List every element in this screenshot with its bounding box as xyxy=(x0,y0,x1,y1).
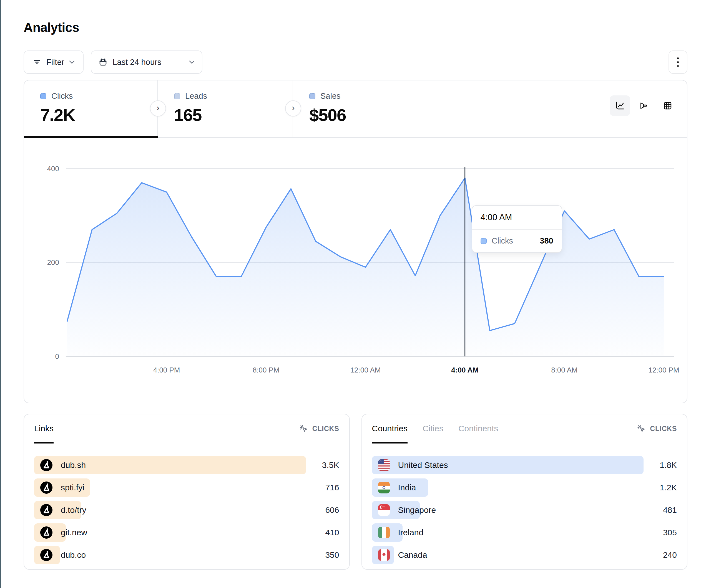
kebab-vertical-icon xyxy=(677,58,679,67)
metric-value: 165 xyxy=(174,105,293,125)
metric-label: Sales xyxy=(320,92,341,101)
metric-label: Leads xyxy=(185,92,207,101)
chevron-right-icon[interactable]: › xyxy=(150,100,166,116)
countries-metric-selector[interactable]: CLICKS xyxy=(637,424,677,433)
tab-continents[interactable]: Continents xyxy=(458,414,498,443)
clicks-area-chart[interactable]: 02004004:00 PM8:00 PM12:00 AM4:00 AM8:00… xyxy=(24,138,687,403)
chevron-down-icon xyxy=(69,61,75,64)
country-row[interactable]: Canada240 xyxy=(372,546,677,564)
us-flag-icon xyxy=(378,459,390,471)
toolbar: Filter Last 24 hours xyxy=(24,50,687,74)
svg-text:12:00 AM: 12:00 AM xyxy=(350,366,381,374)
tab-cities-label: Cities xyxy=(423,424,444,433)
more-options-button[interactable] xyxy=(669,50,687,74)
svg-text:8:00 PM: 8:00 PM xyxy=(253,366,280,374)
tooltip-series-label: Clicks xyxy=(492,236,513,246)
dub-logo-icon xyxy=(40,526,52,539)
tab-links[interactable]: Links xyxy=(34,414,53,443)
row-label: dub.co xyxy=(61,550,86,560)
clicks-chart[interactable]: 02004004:00 PM8:00 PM12:00 AM4:00 AM8:00… xyxy=(24,138,687,403)
tab-continents-label: Continents xyxy=(458,424,498,433)
dub-logo-icon xyxy=(40,504,52,516)
countries-list: United States1.8KIndia1.2KSingapore481Ir… xyxy=(372,456,677,564)
row-value: 716 xyxy=(325,483,339,492)
countries-metric-label: CLICKS xyxy=(650,425,677,433)
row-value: 481 xyxy=(663,505,677,515)
cursor-click-icon xyxy=(637,424,646,433)
svg-text:400: 400 xyxy=(47,164,59,173)
metric-tabs: Clicks 7.2K Leads 165 Sales $506 › › xyxy=(24,81,687,138)
row-label: Singapore xyxy=(398,505,436,515)
row-label: spti.fyi xyxy=(61,483,84,492)
country-row[interactable]: United States1.8K xyxy=(372,456,677,474)
links-metric-selector[interactable]: CLICKS xyxy=(299,424,339,433)
date-range-button[interactable]: Last 24 hours xyxy=(91,50,202,74)
date-range-label: Last 24 hours xyxy=(112,58,161,67)
row-value: 1.8K xyxy=(660,460,677,470)
tab-cities[interactable]: Cities xyxy=(423,414,444,443)
dub-logo-icon xyxy=(40,459,52,471)
link-row[interactable]: dub.co350 xyxy=(34,546,339,564)
cursor-click-icon xyxy=(299,424,308,433)
svg-text:8:00 AM: 8:00 AM xyxy=(551,366,578,374)
ca-flag-icon xyxy=(378,549,390,561)
svg-text:4:00 PM: 4:00 PM xyxy=(153,366,180,374)
country-row[interactable]: Singapore481 xyxy=(372,501,677,519)
leaderboard-panels: Links CLICKS dub.sh3.5Kspti.fyi716d.to/t… xyxy=(24,414,687,570)
table-view-button[interactable] xyxy=(658,95,678,116)
row-label: Canada xyxy=(398,550,427,560)
ie-flag-icon xyxy=(378,527,390,538)
svg-text:0: 0 xyxy=(55,352,59,361)
link-row[interactable]: spti.fyi716 xyxy=(34,478,339,497)
link-row[interactable]: git.new410 xyxy=(34,523,339,542)
links-card: Links CLICKS dub.sh3.5Kspti.fyi716d.to/t… xyxy=(24,414,350,570)
dub-logo-icon xyxy=(40,549,52,561)
link-row[interactable]: d.to/try606 xyxy=(34,501,339,519)
countries-card: Countries Cities Continents xyxy=(362,414,688,570)
row-value: 410 xyxy=(325,528,339,537)
line-chart-view-button[interactable] xyxy=(610,95,630,116)
metric-value: 7.2K xyxy=(40,105,157,125)
country-row[interactable]: India1.2K xyxy=(372,478,677,497)
funnel-view-button[interactable] xyxy=(633,95,654,116)
filter-icon xyxy=(33,58,41,67)
tab-countries[interactable]: Countries xyxy=(372,414,408,443)
row-label: d.to/try xyxy=(61,505,86,515)
row-label: dub.sh xyxy=(61,460,86,470)
funnel-icon xyxy=(639,100,649,111)
chart-view-toggles xyxy=(610,95,678,116)
link-row[interactable]: dub.sh3.5K xyxy=(34,456,339,474)
chart-tooltip: 4:00 AM Clicks 380 xyxy=(472,205,562,253)
analytics-chart-card: Clicks 7.2K Leads 165 Sales $506 › › xyxy=(24,80,687,403)
tooltip-value: 380 xyxy=(540,236,553,246)
svg-text:12:00 PM: 12:00 PM xyxy=(648,366,679,374)
dub-logo-icon xyxy=(40,481,52,494)
grid-icon xyxy=(663,100,673,111)
calendar-icon xyxy=(99,58,107,67)
svg-text:4:00 AM: 4:00 AM xyxy=(451,366,479,374)
row-label: India xyxy=(398,483,416,492)
sales-swatch-icon xyxy=(309,93,316,99)
clicks-swatch-icon xyxy=(40,93,46,99)
chevron-right-icon[interactable]: › xyxy=(285,100,301,116)
filter-button-label: Filter xyxy=(46,58,64,67)
svg-text:200: 200 xyxy=(47,258,59,267)
row-label: git.new xyxy=(61,528,87,537)
line-chart-icon xyxy=(615,100,625,111)
tooltip-time: 4:00 AM xyxy=(472,206,562,230)
tab-links-label: Links xyxy=(34,424,53,433)
row-value: 350 xyxy=(325,550,339,560)
active-tab-underline xyxy=(24,136,158,138)
links-metric-label: CLICKS xyxy=(312,425,339,433)
metric-tab-clicks[interactable]: Clicks 7.2K xyxy=(24,81,158,137)
page-edge-strip xyxy=(0,0,1,588)
page-title: Analytics xyxy=(24,0,687,35)
analytics-page: Analytics Filter Last 24 hours xyxy=(0,0,711,570)
row-value: 240 xyxy=(663,550,677,560)
row-value: 606 xyxy=(325,505,339,515)
links-list: dub.sh3.5Kspti.fyi716d.to/try606git.new4… xyxy=(34,456,339,564)
filter-button[interactable]: Filter xyxy=(24,50,84,74)
chevron-down-icon xyxy=(189,61,195,64)
metric-tab-leads[interactable]: Leads 165 xyxy=(158,81,293,137)
country-row[interactable]: Ireland305 xyxy=(372,523,677,542)
